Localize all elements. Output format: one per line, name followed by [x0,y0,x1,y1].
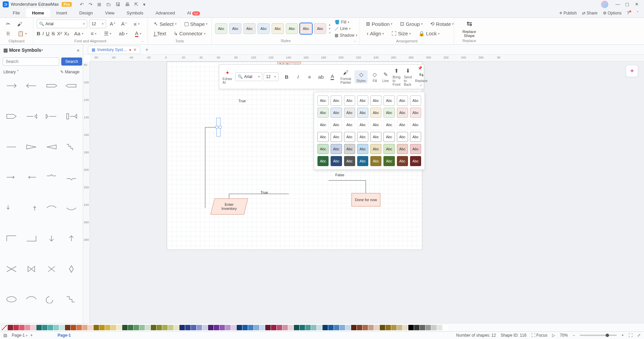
style-cell-2-0[interactable]: Abc [317,120,329,130]
style-cell-3-0[interactable]: Abc [317,132,329,142]
style-cell-5-3[interactable]: Abc [357,156,368,166]
mini-send-back-button[interactable]: ⬇Send to Back [404,67,412,86]
close-tab-button[interactable]: ✕ [133,47,137,52]
no-fill-button[interactable] [1,325,7,330]
tab-advanced[interactable]: Advanced [149,8,181,17]
mini-text-dir-button[interactable]: ab [316,72,326,81]
mini-align-button[interactable]: ≡ [305,72,314,81]
add-tab-button[interactable]: + [143,46,150,53]
color-swatch-67[interactable] [391,325,397,330]
style-cell-0-3[interactable]: Abc [357,96,368,106]
symbol-arrow-19[interactable] [62,200,81,215]
style-cell-3-7[interactable]: Abc [410,132,421,142]
color-swatch-10[interactable] [65,325,70,330]
color-swatch-18[interactable] [111,325,116,330]
style-cell-4-3[interactable]: Abc [357,144,368,154]
style-cell-4-4[interactable]: Abc [370,144,381,154]
pin-toolbar-button[interactable]: 📌 [418,66,422,70]
style-cell-2-7[interactable]: Abc [410,120,421,130]
tab-symbols[interactable]: Symbols [121,8,149,17]
connector-3b[interactable] [366,180,366,194]
style-cell-4-5[interactable]: Abc [383,144,395,154]
style-cell-0-7[interactable]: Abc [410,96,421,106]
style-cell-0-2[interactable]: Abc [344,96,355,106]
manage-library-button[interactable]: ✎ Manage [60,70,79,74]
zoom-slider[interactable] [580,335,617,336]
new-icon[interactable]: ⊞ [97,2,101,7]
color-swatch-55[interactable] [323,325,328,330]
font-size-select[interactable]: 12▾ [89,20,106,28]
undo-icon[interactable]: ↶ [80,2,84,7]
color-swatch-26[interactable] [157,325,162,330]
color-swatch-24[interactable] [145,325,150,330]
symbol-search-button[interactable]: Search [61,58,82,66]
style-cell-1-4[interactable]: Abc [370,108,381,118]
redo-icon[interactable]: ↷ [89,2,93,7]
fullscreen-button[interactable]: ⤢ [637,333,641,338]
focus-button[interactable]: ⛶ Focus [531,333,547,338]
edraw-ai-button[interactable]: ✦Edraw AI [223,69,232,84]
styles-next-icon[interactable]: ▾ [329,27,331,30]
color-swatch-60[interactable] [351,325,357,330]
collapse-ribbon-button[interactable]: ˄ [637,11,639,15]
symbol-arrow-24[interactable] [2,262,21,276]
symbol-arrow-12[interactable] [2,170,21,185]
line-button[interactable]: ／ Line ▾ [333,26,359,32]
options-button[interactable]: ⚙ Options [603,11,622,15]
style-cell-0-5[interactable]: Abc [383,96,395,106]
text-direction-button[interactable]: ab▾ [116,29,130,38]
style-swatch-3[interactable]: Abc [243,23,256,34]
italic-button[interactable]: I [42,29,44,38]
symbol-arrow-23[interactable] [62,231,81,246]
color-swatch-35[interactable] [208,325,213,330]
color-swatch-27[interactable] [162,325,168,330]
symbol-arrow-27[interactable] [62,262,81,276]
color-swatch-50[interactable] [294,325,299,330]
color-swatch-2[interactable] [19,325,25,330]
symbol-arrow-18[interactable] [42,200,61,215]
symbol-arrow-15[interactable] [62,170,81,185]
cut-button[interactable]: ✂ [3,20,13,28]
style-cell-3-5[interactable]: Abc [383,132,395,142]
color-swatch-65[interactable] [380,325,385,330]
styles-expand-icon[interactable]: ≡ [329,31,331,34]
symbol-arrow-26[interactable] [42,262,61,276]
mini-bring-front-button[interactable]: ⬆Bring to Front [393,67,400,86]
play-button[interactable]: ▷ [552,333,555,338]
font-color-button[interactable]: A▾ [132,29,144,38]
symbol-arrow-9[interactable] [22,140,41,154]
underline-button[interactable]: U [46,29,49,38]
symbol-arrow-17[interactable] [22,200,41,215]
style-cell-1-5[interactable]: Abc [383,108,395,118]
style-cell-1-7[interactable]: Abc [410,108,421,118]
style-cell-2-1[interactable]: Abc [331,120,342,130]
save-icon[interactable]: 🖫 [115,2,120,7]
style-cell-2-4[interactable]: Abc [370,120,381,130]
shape-enter-inventory[interactable]: Enter Inventory [210,198,248,215]
tab-file[interactable]: File [7,8,26,17]
fit-page-button[interactable]: ⛶ [629,333,633,338]
color-swatch-51[interactable] [300,325,305,330]
color-swatch-47[interactable] [277,325,282,330]
symbol-arrow-31[interactable] [62,292,81,307]
style-cell-1-3[interactable]: Abc [357,108,368,118]
symbol-arrow-28[interactable] [2,292,21,307]
symbol-arrow-3[interactable] [62,78,81,93]
selection-handles[interactable] [216,118,221,137]
color-swatch-58[interactable] [340,325,345,330]
style-cell-4-2[interactable]: Abc [344,144,355,154]
group-button[interactable]: ⊡ Group▾ [397,20,426,28]
color-swatch-15[interactable] [94,325,99,330]
color-swatch-31[interactable] [185,325,191,330]
symbol-arrow-29[interactable] [22,292,41,307]
help-button[interactable]: ? [627,11,631,15]
line-spacing-button[interactable]: ≡▾ [88,29,100,38]
style-cell-5-2[interactable]: Abc [344,156,355,166]
style-cell-5-6[interactable]: Abc [397,156,408,166]
color-swatch-57[interactable] [334,325,339,330]
symbol-arrow-30[interactable] [42,292,61,307]
color-swatch-19[interactable] [116,325,122,330]
color-swatch-30[interactable] [179,325,185,330]
color-swatch-49[interactable] [288,325,294,330]
symbol-arrow-6[interactable] [42,109,61,124]
